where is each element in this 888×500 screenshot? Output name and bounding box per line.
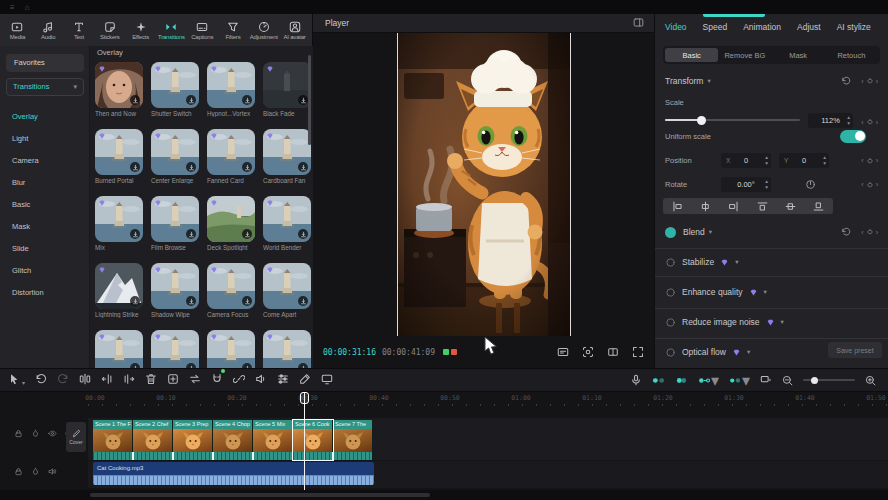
download-icon[interactable] bbox=[130, 162, 140, 172]
split-icon[interactable] bbox=[79, 371, 91, 389]
toggle-ring-icon[interactable] bbox=[665, 317, 676, 328]
download-icon[interactable] bbox=[186, 162, 196, 172]
download-icon[interactable] bbox=[130, 296, 140, 306]
sidebar-item-blur[interactable]: Blur bbox=[0, 172, 90, 194]
timeline-clip-2[interactable]: Scene 2 Chef bbox=[133, 420, 173, 460]
library-item-hypnot-vortex[interactable]: Hypnot...Vortex bbox=[207, 62, 255, 117]
speaker-icon[interactable] bbox=[255, 371, 267, 389]
keyframe-control[interactable]: ‹› bbox=[861, 227, 878, 237]
download-icon[interactable] bbox=[186, 229, 196, 239]
razor-icon[interactable] bbox=[299, 371, 311, 389]
transition-thumbnail[interactable] bbox=[263, 330, 311, 368]
media-tab-filters[interactable]: Filters bbox=[218, 21, 249, 40]
magnet-icon[interactable] bbox=[211, 371, 223, 389]
position-x-input[interactable]: X 0 ▴▾ bbox=[721, 153, 771, 168]
undo-icon[interactable] bbox=[35, 371, 47, 389]
media-tab-text[interactable]: Text bbox=[64, 21, 95, 40]
reverse-icon[interactable] bbox=[189, 371, 201, 389]
reset-icon[interactable] bbox=[841, 227, 851, 237]
transition-thumbnail[interactable] bbox=[207, 330, 255, 368]
playhead-line[interactable] bbox=[304, 392, 305, 490]
mixer-icon[interactable] bbox=[277, 371, 289, 389]
tab-animation[interactable]: Animation bbox=[743, 22, 781, 32]
toggle-ring-icon[interactable] bbox=[665, 347, 676, 358]
subtab-basic[interactable]: Basic bbox=[665, 48, 718, 62]
download-icon[interactable] bbox=[298, 95, 308, 105]
mute-icon[interactable] bbox=[31, 429, 40, 438]
section-reduce-image-noise[interactable]: Reduce image noise▾ bbox=[655, 314, 888, 330]
media-tab-ai-avatar[interactable]: AI avatar bbox=[279, 21, 310, 40]
library-item-lightning-strike[interactable]: Lightning Strike bbox=[95, 263, 143, 318]
sidebar-item-overlay[interactable]: Overlay bbox=[0, 106, 90, 128]
save-preset-button[interactable]: Save preset bbox=[828, 342, 882, 358]
transition-thumbnail[interactable] bbox=[151, 129, 199, 175]
zoom-in-icon[interactable] bbox=[865, 375, 876, 386]
download-icon[interactable] bbox=[186, 296, 196, 306]
stepper-arrows[interactable]: ▴▾ bbox=[765, 154, 768, 166]
reset-icon[interactable] bbox=[841, 76, 851, 86]
keyframe-pair-icon[interactable] bbox=[652, 374, 665, 387]
transition-thumbnail[interactable] bbox=[151, 330, 199, 368]
favorites-button[interactable]: Favorites bbox=[6, 54, 84, 72]
transition-thumbnail[interactable] bbox=[95, 196, 143, 242]
transition-thumbnail[interactable] bbox=[263, 129, 311, 175]
keyframe-range-icon[interactable]: ▾ bbox=[698, 371, 719, 390]
timeline-clip-4[interactable]: Scene 4 Chop bbox=[213, 420, 253, 460]
menu-icon[interactable]: ≡ bbox=[10, 3, 15, 12]
align-top-icon[interactable] bbox=[757, 201, 768, 212]
scale-slider[interactable] bbox=[665, 119, 800, 121]
select-tool-icon[interactable]: ▾ bbox=[8, 371, 25, 389]
library-scrollbar[interactable] bbox=[308, 55, 311, 145]
subtab-mask[interactable]: Mask bbox=[772, 48, 825, 62]
library-item-fanned-card[interactable]: Fanned Card bbox=[207, 129, 255, 184]
media-tab-effects[interactable]: Effects bbox=[125, 21, 156, 40]
tab-speed[interactable]: Speed bbox=[703, 22, 728, 32]
microphone-icon[interactable] bbox=[630, 374, 642, 386]
align-right-icon[interactable] bbox=[728, 201, 739, 212]
media-tab-adjustment[interactable]: Adjustment bbox=[248, 21, 279, 40]
position-y-input[interactable]: Y 0 ▴▾ bbox=[779, 153, 829, 168]
uniform-scale-toggle[interactable] bbox=[840, 130, 866, 143]
subtab-remove-bg[interactable]: Remove BG bbox=[718, 48, 771, 62]
library-item-center-enlarge[interactable]: Center Enlarge bbox=[151, 129, 199, 184]
sidebar-item-distortion[interactable]: Distortion bbox=[0, 282, 90, 304]
transition-thumbnail[interactable] bbox=[151, 196, 199, 242]
object-tracking-icon[interactable] bbox=[582, 346, 594, 358]
library-item-film-browse[interactable]: Film Browse bbox=[151, 196, 199, 251]
transition-thumbnail[interactable] bbox=[263, 263, 311, 309]
transform-box-left-edge[interactable] bbox=[397, 33, 398, 336]
ratio-icon[interactable] bbox=[607, 346, 619, 358]
scale-value-input[interactable]: 112% ▴▾ bbox=[808, 113, 853, 128]
timeline-clip-7[interactable]: Scene 7 The bbox=[333, 420, 373, 460]
transition-thumbnail[interactable] bbox=[151, 263, 199, 309]
transition-thumbnail[interactable] bbox=[207, 62, 255, 108]
video-preview[interactable] bbox=[398, 33, 570, 336]
display-mode-icon[interactable] bbox=[557, 346, 569, 358]
sidebar-item-glitch[interactable]: Glitch bbox=[0, 260, 90, 282]
transition-thumbnail[interactable] bbox=[151, 62, 199, 108]
library-item-come-apart[interactable]: Come Apart bbox=[263, 263, 311, 318]
download-icon[interactable] bbox=[298, 162, 308, 172]
transition-thumbnail[interactable] bbox=[207, 263, 255, 309]
stepper-arrows[interactable]: ▴▾ bbox=[847, 114, 850, 126]
home-icon[interactable]: ⌂ bbox=[25, 3, 30, 12]
fullscreen-icon[interactable] bbox=[632, 346, 644, 358]
transition-thumbnail[interactable] bbox=[95, 263, 143, 309]
align-middle-v-icon[interactable] bbox=[785, 201, 796, 212]
sidebar-item-camera[interactable]: Camera bbox=[0, 150, 90, 172]
library-item[interactable] bbox=[207, 330, 255, 368]
timeline-clip-6[interactable]: Scene 6 Cook bbox=[293, 420, 333, 460]
timeline-clip-5[interactable]: Scene 5 Mix bbox=[253, 420, 293, 460]
freeze-frame-icon[interactable] bbox=[167, 371, 179, 389]
timeline-clip-1[interactable]: Scene 1 The F bbox=[93, 420, 133, 460]
download-icon[interactable] bbox=[242, 296, 252, 306]
library-item-shadow-wipe[interactable]: Shadow Wipe bbox=[151, 263, 199, 318]
keyframe-control[interactable]: ‹› bbox=[861, 180, 878, 190]
tab-ai-stylize[interactable]: AI stylize bbox=[837, 22, 871, 32]
mirror-display-icon[interactable] bbox=[760, 374, 772, 386]
hide-icon[interactable] bbox=[48, 429, 57, 438]
keyframe-control[interactable]: ‹› bbox=[861, 76, 878, 86]
transition-thumbnail[interactable] bbox=[263, 196, 311, 242]
transition-thumbnail[interactable] bbox=[95, 62, 143, 108]
media-tab-transitions[interactable]: Transitions bbox=[156, 21, 187, 40]
